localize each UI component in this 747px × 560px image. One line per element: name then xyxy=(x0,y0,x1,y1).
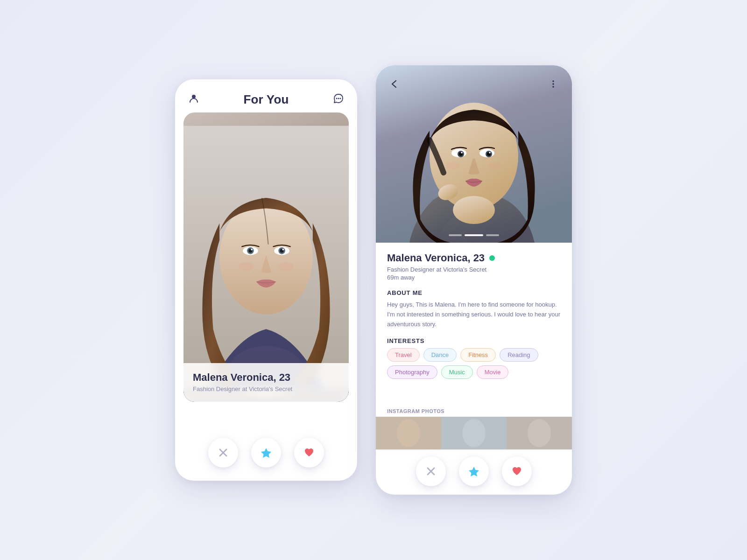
back-button[interactable] xyxy=(386,76,403,92)
instagram-label: INSTAGRAM PHOTOS xyxy=(387,408,444,414)
instagram-thumb-3[interactable] xyxy=(507,417,572,449)
interest-reading[interactable]: Reading xyxy=(500,348,538,362)
about-me-text: Hey guys, This is Malena. I'm here to fi… xyxy=(387,300,561,329)
profile-content: Malena Veronica, 23 Fashion Designer at … xyxy=(376,243,572,406)
header: For You xyxy=(175,79,357,112)
card-job: Fashion Designer at Victoria's Secret xyxy=(193,385,339,392)
boost-button-2[interactable] xyxy=(459,456,489,486)
svg-marker-45 xyxy=(469,467,479,476)
svg-point-15 xyxy=(239,262,254,271)
svg-point-32 xyxy=(488,162,501,169)
interests-wrap: Travel Dance Fitness Reading Photography… xyxy=(387,348,561,379)
instagram-section-header: INSTAGRAM PHOTOS xyxy=(376,406,572,417)
svg-point-26 xyxy=(461,152,463,154)
profile-job: Fashion Designer at Victoria's Secret xyxy=(387,266,561,273)
profile-name-row: Malena Veronica, 23 xyxy=(387,252,561,264)
about-me-title: ABOUT ME xyxy=(387,289,561,296)
online-status-dot xyxy=(489,255,495,261)
action-bar xyxy=(175,428,357,481)
svg-point-1 xyxy=(336,98,338,99)
photo-top-bar xyxy=(376,65,572,92)
like-button-2[interactable] xyxy=(502,456,532,486)
card-photo xyxy=(183,112,349,402)
svg-point-22 xyxy=(453,196,495,224)
interests-title: INTERESTS xyxy=(387,337,561,344)
card-name: Malena Veronica, 23 xyxy=(193,371,339,384)
interest-movie[interactable]: Movie xyxy=(477,365,509,379)
svg-point-0 xyxy=(192,95,196,98)
svg-point-16 xyxy=(278,262,294,271)
photo-dot-3 xyxy=(486,234,499,236)
svg-point-42 xyxy=(528,419,551,447)
photo-indicator xyxy=(449,234,499,236)
instagram-thumb-1[interactable] xyxy=(376,417,441,449)
boost-button[interactable] xyxy=(251,438,281,468)
photo-dot-2 xyxy=(465,234,483,236)
svg-point-30 xyxy=(489,152,491,154)
svg-point-34 xyxy=(552,80,554,82)
svg-point-35 xyxy=(552,83,554,85)
interest-music[interactable]: Music xyxy=(441,365,473,379)
bottom-section: INSTAGRAM PHOTOS xyxy=(376,406,572,495)
more-options-button[interactable] xyxy=(545,76,562,92)
svg-point-2 xyxy=(338,98,339,99)
card-info-overlay: Malena Veronica, 23 Fashion Designer at … xyxy=(183,363,349,402)
interest-fitness[interactable]: Fitness xyxy=(460,348,496,362)
dislike-button[interactable] xyxy=(208,438,238,468)
svg-marker-19 xyxy=(261,448,271,458)
phone-profile: Malena Veronica, 23 Fashion Designer at … xyxy=(376,65,572,495)
profile-name: Malena Veronica, 23 xyxy=(387,252,485,264)
svg-point-38 xyxy=(397,419,420,447)
svg-point-40 xyxy=(462,419,486,447)
svg-point-14 xyxy=(282,249,284,251)
instagram-thumb-2[interactable] xyxy=(441,417,507,449)
interest-photography[interactable]: Photography xyxy=(387,365,437,379)
profile-action-bar xyxy=(376,449,572,495)
profile-card[interactable]: Malena Veronica, 23 Fashion Designer at … xyxy=(183,112,349,402)
photo-dot-1 xyxy=(449,234,462,236)
profile-distance: 69m away xyxy=(387,274,561,281)
svg-point-36 xyxy=(552,86,554,88)
profile-photo-area xyxy=(376,65,572,243)
swipe-card-area[interactable]: Malena Veronica, 23 Fashion Designer at … xyxy=(175,112,357,428)
page-title: For You xyxy=(243,92,289,107)
phone2-inner: Malena Veronica, 23 Fashion Designer at … xyxy=(376,65,572,495)
interest-dance[interactable]: Dance xyxy=(423,348,457,362)
messages-icon[interactable] xyxy=(333,93,344,107)
phone-for-you: For You xyxy=(175,79,357,481)
profile-icon[interactable] xyxy=(188,93,199,107)
svg-point-10 xyxy=(251,249,253,251)
instagram-thumbs xyxy=(376,417,572,449)
svg-point-3 xyxy=(340,98,341,99)
interest-travel[interactable]: Travel xyxy=(387,348,420,362)
svg-point-31 xyxy=(446,162,459,169)
like-button[interactable] xyxy=(294,438,324,468)
dislike-button-2[interactable] xyxy=(416,456,446,486)
